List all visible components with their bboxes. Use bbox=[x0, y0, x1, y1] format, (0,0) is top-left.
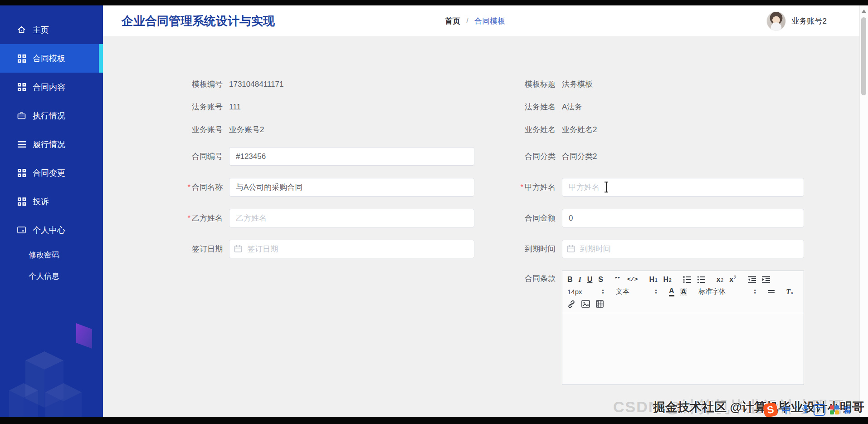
field-label: 合同分类 bbox=[493, 151, 562, 162]
sidebar-item-label: 合同内容 bbox=[33, 82, 65, 93]
user-menu[interactable]: 业务账号2 bbox=[766, 5, 827, 36]
home-icon bbox=[17, 25, 26, 34]
sidebar-item-personal-center[interactable]: 个人中心 bbox=[0, 216, 103, 244]
bullet-list-icon[interactable] bbox=[697, 276, 705, 283]
ordered-list-icon[interactable] bbox=[683, 276, 691, 283]
editor-content[interactable] bbox=[562, 313, 804, 386]
superscript-icon[interactable]: x2 bbox=[729, 276, 736, 283]
sidebar-item-performance-status[interactable]: 履行情况 bbox=[0, 130, 103, 158]
field-label: 业务姓名 bbox=[493, 124, 562, 135]
font-size-select[interactable]: 14px ▲▼ bbox=[567, 288, 605, 296]
sidebar-subitem-personal-info[interactable]: 个人信息 bbox=[0, 266, 103, 287]
bottom-black-bar bbox=[0, 417, 868, 424]
bold-icon[interactable]: B bbox=[567, 276, 573, 283]
sidebar-subitem-label: 修改密码 bbox=[29, 250, 59, 260]
avatar[interactable] bbox=[766, 11, 786, 31]
sidebar-item-label: 投诉 bbox=[33, 196, 49, 207]
font-family-select[interactable]: 标准字体 ▲▼ bbox=[698, 287, 756, 296]
field-label: 法务账号 bbox=[184, 102, 229, 112]
grid-icon bbox=[17, 83, 26, 91]
user-name: 业务账号2 bbox=[792, 16, 827, 26]
sidebar: 主页 合同模板 合同内容 执行情况 履行情况 bbox=[0, 5, 103, 417]
grid-icon bbox=[17, 54, 26, 63]
clean-format-icon[interactable]: Tx bbox=[786, 288, 793, 296]
breadcrumb-separator: / bbox=[466, 16, 468, 25]
breadcrumb-current[interactable]: 合同模板 bbox=[474, 16, 505, 26]
breadcrumb-home-link[interactable]: 首页 bbox=[445, 16, 460, 26]
party-a-name-input[interactable] bbox=[562, 178, 804, 197]
text-color-icon[interactable]: A bbox=[669, 287, 674, 296]
sidebar-subitem-label: 个人信息 bbox=[29, 271, 59, 281]
sidebar-item-execution-status[interactable]: 执行情况 bbox=[0, 101, 103, 130]
subscript-icon[interactable]: x2 bbox=[717, 276, 723, 283]
field-label: 模板编号 bbox=[184, 79, 229, 89]
sidebar-item-contract-content[interactable]: 合同内容 bbox=[0, 73, 103, 101]
list-icon bbox=[17, 140, 26, 148]
outdent-icon[interactable] bbox=[748, 276, 756, 283]
sidebar-decoration-cubes bbox=[0, 321, 103, 417]
underline-icon[interactable]: U bbox=[587, 276, 593, 283]
page-header: 企业合同管理系统设计与实现 首页 / 合同模板 业务账号2 bbox=[103, 5, 859, 36]
link-icon[interactable] bbox=[567, 300, 575, 308]
ime-panel-icon[interactable] bbox=[814, 404, 825, 416]
grid-icon bbox=[17, 168, 26, 177]
ime-toolbox-icon[interactable]: 甾 bbox=[844, 404, 852, 415]
business-name-value: 业务姓名2 bbox=[562, 124, 597, 135]
scroll-up-arrow-icon[interactable] bbox=[862, 10, 866, 13]
contract-amount-input[interactable] bbox=[562, 209, 804, 227]
sidebar-item-label: 个人中心 bbox=[33, 225, 65, 236]
field-label: 法务姓名 bbox=[493, 102, 562, 112]
strikethrough-icon[interactable]: S bbox=[598, 276, 603, 283]
microphone-icon[interactable] bbox=[802, 404, 809, 416]
text-style-select[interactable]: 文本 ▲▼ bbox=[616, 287, 658, 296]
field-label: *合同名称 bbox=[184, 182, 229, 192]
indent-icon[interactable] bbox=[762, 276, 770, 283]
contract-name-input[interactable] bbox=[229, 178, 474, 197]
blockquote-icon[interactable]: ” bbox=[614, 277, 621, 282]
card-icon bbox=[17, 226, 26, 234]
legal-name-value: A法务 bbox=[562, 102, 582, 112]
sidebar-item-label: 合同模板 bbox=[33, 53, 65, 64]
business-account-value: 业务账号2 bbox=[229, 124, 264, 135]
sidebar-item-label: 主页 bbox=[33, 25, 49, 35]
vertical-scrollbar[interactable] bbox=[859, 5, 868, 417]
sign-date-input[interactable] bbox=[229, 240, 474, 258]
ime-language-indicator[interactable]: 中 bbox=[782, 404, 791, 416]
content-area: 模板编号 1731048411171 模板标题 法务模板 法务账号 111 bbox=[103, 36, 859, 417]
scrollbar-thumb[interactable] bbox=[861, 17, 866, 95]
sidebar-item-home[interactable]: 主页 bbox=[0, 15, 103, 44]
italic-icon[interactable]: I bbox=[579, 276, 581, 283]
ime-skin-icon[interactable] bbox=[830, 405, 839, 414]
image-icon[interactable] bbox=[581, 300, 590, 308]
top-black-bar bbox=[0, 0, 868, 5]
sogou-ime-icon[interactable]: S bbox=[763, 402, 779, 418]
background-color-icon[interactable]: A bbox=[680, 288, 688, 296]
field-label: 合同条款 bbox=[493, 273, 562, 284]
sidebar-item-complaint[interactable]: 投诉 bbox=[0, 187, 103, 216]
sidebar-item-label: 合同变更 bbox=[33, 168, 65, 178]
heading1-icon[interactable]: H1 bbox=[649, 276, 657, 283]
sidebar-item-label: 履行情况 bbox=[33, 139, 65, 150]
code-block-icon[interactable]: </> bbox=[627, 276, 638, 282]
field-label: 签订日期 bbox=[184, 244, 229, 254]
sidebar-subitem-change-password[interactable]: 修改密码 bbox=[0, 244, 103, 266]
expire-date-input[interactable] bbox=[562, 240, 804, 258]
required-marker: * bbox=[521, 183, 523, 191]
text-cursor bbox=[606, 182, 607, 192]
party-b-name-input[interactable] bbox=[229, 209, 474, 227]
template-title-value: 法务模板 bbox=[562, 79, 593, 89]
align-icon[interactable] bbox=[768, 290, 775, 293]
caret-updown-icon: ▲▼ bbox=[753, 289, 756, 295]
required-marker: * bbox=[188, 214, 190, 222]
field-label: 合同编号 bbox=[184, 151, 229, 162]
legal-account-value: 111 bbox=[229, 103, 241, 112]
contract-terms-editor[interactable]: B I U S ” </> H1 H2 bbox=[562, 271, 804, 385]
caret-updown-icon: ▲▼ bbox=[601, 289, 605, 295]
contract-template-form: 模板编号 1731048411171 模板标题 法务模板 法务账号 111 bbox=[103, 36, 859, 385]
sidebar-item-contract-change[interactable]: 合同变更 bbox=[0, 158, 103, 187]
heading2-icon[interactable]: H2 bbox=[663, 276, 672, 283]
contract-number-input[interactable] bbox=[229, 147, 474, 166]
grid-icon bbox=[17, 197, 26, 206]
sidebar-item-contract-template[interactable]: 合同模板 bbox=[0, 44, 103, 73]
video-icon[interactable] bbox=[596, 300, 604, 308]
